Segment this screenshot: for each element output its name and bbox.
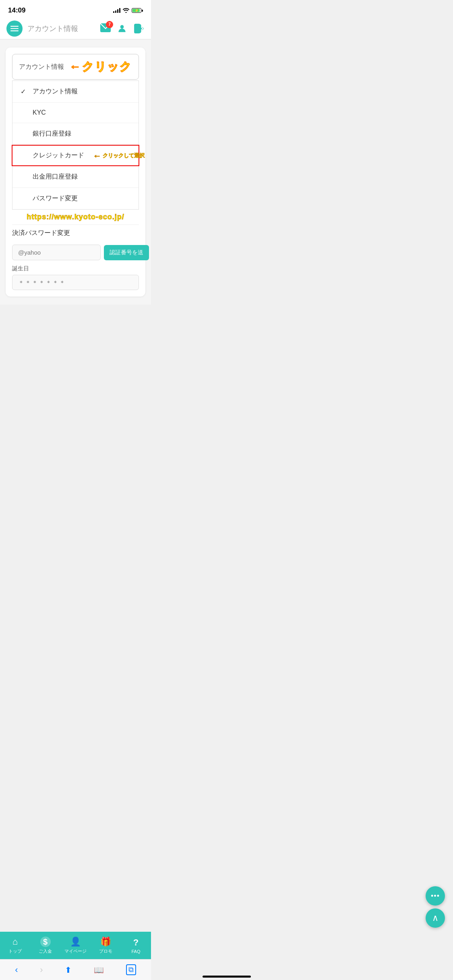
url-watermark: https://www.kyoto-eco.jp/ bbox=[12, 213, 139, 221]
header-title: アカウント情報 bbox=[27, 24, 100, 33]
battery-icon: ⚡ bbox=[132, 8, 143, 13]
svg-rect-2 bbox=[10, 30, 19, 31]
status-time: 14:09 bbox=[8, 6, 25, 14]
click-annotation: ← クリック bbox=[69, 59, 132, 74]
cc-annotation-arrow: ← bbox=[93, 151, 101, 160]
wifi-icon bbox=[123, 8, 129, 13]
dropdown-container: アカウント情報 ← クリック ✓ アカウント情報 KYC bbox=[12, 54, 139, 210]
email-row: 認証番号を送 bbox=[12, 245, 139, 260]
checkmark-icon: ✓ bbox=[21, 88, 29, 95]
dropdown-selector[interactable]: アカウント情報 ← クリック bbox=[12, 54, 139, 80]
dropdown-item-label: KYC bbox=[33, 109, 46, 116]
payment-password-label: 決済パスワード変更 bbox=[12, 229, 70, 237]
profile-icon[interactable] bbox=[116, 23, 128, 34]
account-card: アカウント情報 ← クリック ✓ アカウント情報 KYC bbox=[6, 47, 145, 296]
logout-icon[interactable] bbox=[133, 23, 145, 34]
dropdown-item-kyc[interactable]: KYC bbox=[12, 103, 139, 123]
dropdown-item-label: 銀行口座登録 bbox=[33, 130, 71, 138]
payment-password-row: 決済パスワード変更 bbox=[12, 224, 139, 241]
dropdown-selected-text: アカウント情報 bbox=[19, 63, 64, 71]
dropdown-item-account-info[interactable]: ✓ アカウント情報 bbox=[12, 81, 139, 103]
cc-annotation-text: クリックして選択 bbox=[103, 152, 145, 159]
dropdown-item-credit-card[interactable]: クレジットカード ← クリックして選択 bbox=[12, 145, 139, 166]
dropdown-item-withdrawal[interactable]: 出金用口座登録 bbox=[12, 166, 139, 188]
main-content: アカウント情報 ← クリック ✓ アカウント情報 KYC bbox=[0, 39, 151, 305]
dropdown-item-label: パスワード変更 bbox=[33, 194, 78, 203]
birthday-section: 誕生日 bbox=[12, 265, 139, 290]
dropdown-menu: ✓ アカウント情報 KYC 銀行口座登録 クレジットカード bbox=[12, 80, 139, 210]
dropdown-item-bank[interactable]: 銀行口座登録 bbox=[12, 123, 139, 145]
svg-rect-0 bbox=[10, 26, 19, 27]
dropdown-item-label: クレジットカード bbox=[33, 151, 84, 160]
dropdown-item-label: 出金用口座登録 bbox=[33, 173, 78, 181]
header: アカウント情報 7 bbox=[0, 18, 151, 39]
status-icons: ⚡ bbox=[113, 8, 143, 13]
birthday-label: 誕生日 bbox=[12, 265, 139, 272]
menu-button[interactable] bbox=[6, 21, 23, 37]
signal-icon bbox=[113, 8, 120, 13]
birthday-input[interactable] bbox=[12, 275, 139, 290]
email-input[interactable] bbox=[12, 245, 101, 260]
header-icons: 7 bbox=[100, 23, 145, 34]
checkmark-spacer bbox=[21, 109, 29, 116]
mail-icon-wrap[interactable]: 7 bbox=[100, 23, 111, 34]
status-bar: 14:09 ⚡ bbox=[0, 0, 151, 18]
annotation-click-text: クリック bbox=[82, 59, 132, 74]
annotation-arrow: ← bbox=[69, 60, 81, 73]
svg-rect-1 bbox=[10, 28, 19, 29]
send-verification-button[interactable]: 認証番号を送 bbox=[104, 245, 149, 260]
dropdown-item-password[interactable]: パスワード変更 bbox=[12, 188, 139, 209]
dropdown-item-label: アカウント情報 bbox=[33, 87, 78, 96]
svg-point-4 bbox=[120, 25, 124, 29]
mail-badge: 7 bbox=[106, 21, 113, 28]
